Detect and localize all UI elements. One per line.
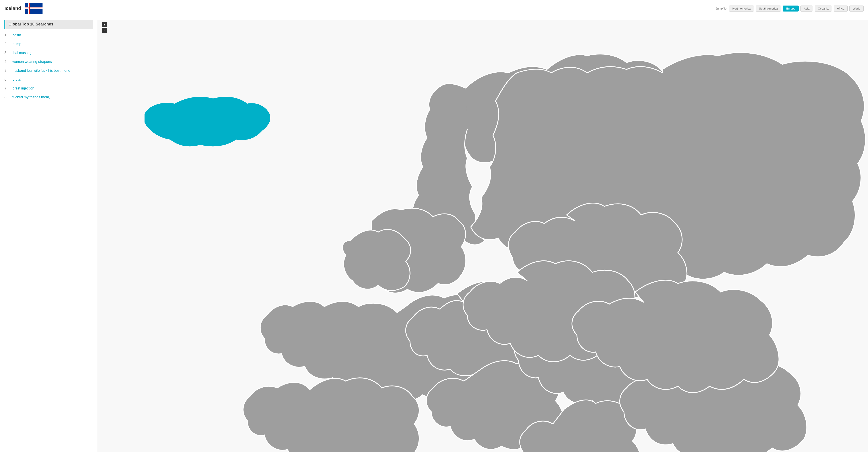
region-btn-asia[interactable]: Asia (801, 5, 813, 11)
item-number: 2. (4, 42, 11, 46)
jump-to-label: Jump To: (716, 7, 727, 10)
europe-map (97, 20, 868, 452)
region-btn-north-america[interactable]: North America (729, 5, 754, 11)
list-item: 5. husband lets wife fuck his best frien… (4, 69, 93, 73)
list-item: 7. brest injection (4, 86, 93, 90)
search-term: fucked my friends mom, (12, 95, 50, 99)
list-item: 4. women wearing strapons (4, 60, 93, 64)
region-btn-oceania[interactable]: Oceania (815, 5, 832, 11)
sidebar: Global Top 10 Searches 1. bdsm 2. pump 3… (0, 20, 97, 452)
item-number: 1. (4, 33, 11, 37)
jump-to-bar: Jump To: North America South America Eur… (716, 5, 864, 11)
header-left: Iceland (4, 3, 42, 14)
item-number: 5. (4, 69, 11, 73)
map-container: + − (97, 20, 868, 452)
region-btn-world[interactable]: World (849, 5, 864, 11)
zoom-in-button[interactable]: + (102, 22, 107, 27)
country-name: Iceland (4, 5, 21, 11)
item-number: 6. (4, 78, 11, 82)
list-item: 1. bdsm (4, 33, 93, 37)
svg-rect-4 (25, 7, 42, 8)
country-flag (25, 3, 42, 14)
list-item: 6. brutal (4, 78, 93, 82)
search-term: bdsm (12, 33, 21, 37)
region-btn-south-america[interactable]: South America (756, 5, 781, 11)
search-term: pump (12, 42, 21, 46)
main-content: Global Top 10 Searches 1. bdsm 2. pump 3… (0, 16, 868, 452)
zoom-out-button[interactable]: − (102, 28, 107, 33)
item-number: 4. (4, 60, 11, 64)
page-header: Iceland Jump To: North America South Ame… (0, 0, 868, 16)
region-btn-africa[interactable]: Africa (834, 5, 848, 11)
item-number: 8. (4, 95, 11, 99)
search-term: husband lets wife fuck his best friend (12, 69, 70, 73)
zoom-controls: + − (102, 22, 107, 33)
item-number: 7. (4, 86, 11, 90)
search-term: brest injection (12, 86, 34, 90)
search-term: women wearing strapons (12, 60, 52, 64)
list-item: 3. thai massage (4, 51, 93, 55)
search-list-title: Global Top 10 Searches (4, 20, 93, 29)
search-term: brutal (12, 78, 21, 82)
item-number: 3. (4, 51, 11, 55)
list-item: 2. pump (4, 42, 93, 46)
search-term: thai massage (12, 51, 33, 55)
region-btn-europe[interactable]: Europe (783, 5, 799, 11)
list-item: 8. fucked my friends mom, (4, 95, 93, 99)
